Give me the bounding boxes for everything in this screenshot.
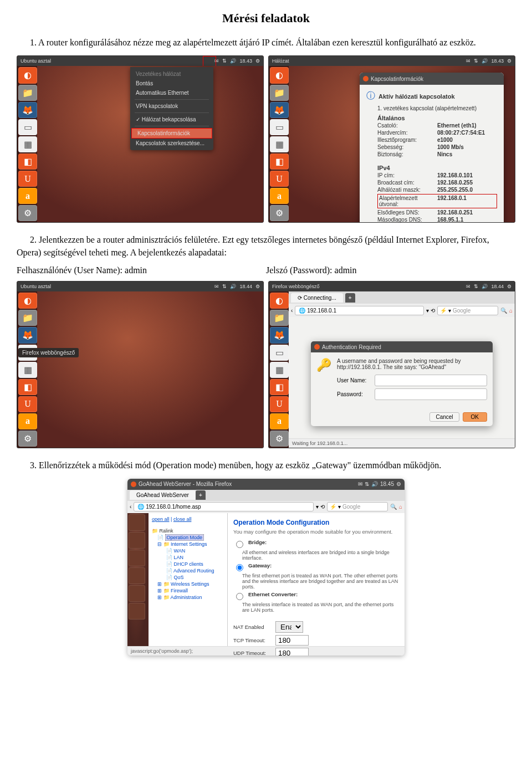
tree-wan[interactable]: 📄 WAN [152,547,224,554]
tree-open-all[interactable]: open all [152,516,170,522]
doc-icon[interactable]: ▭ [270,119,289,135]
home-icon[interactable]: ⌂ [399,504,402,510]
files-icon[interactable]: 📁 [18,85,37,101]
reload-icon[interactable]: ▾ ⟲ [316,504,325,510]
gear-icon[interactable]: ⚙ [507,58,511,64]
ubuntu-one-icon[interactable]: U [18,396,37,412]
amazon-icon[interactable]: a [270,413,289,429]
software-icon[interactable]: ◧ [270,379,289,395]
dash-icon[interactable]: ◐ [18,67,37,83]
gear-icon[interactable]: ⚙ [255,58,260,64]
settings-icon[interactable]: ⚙ [18,205,37,221]
firefox-icon[interactable]: 🦊 [18,327,37,343]
search-icon[interactable]: 🔍 [390,504,397,510]
dash-icon[interactable]: ◐ [18,293,37,309]
software-icon[interactable]: ◧ [270,153,289,170]
username-input[interactable] [375,375,487,386]
nat-select[interactable]: Enable [275,621,303,633]
new-tab-button[interactable]: + [196,490,206,500]
tree-operation-mode[interactable]: 📄 Operation Mode [152,534,224,541]
dash-icon[interactable] [129,514,145,531]
firefox-icon[interactable]: 🦊 [270,327,289,343]
home-icon[interactable]: ⌂ [509,308,513,314]
highlight-box-network-icon [203,56,216,67]
launcher: ◐ 📁 🦊 ▭ ▦ ◧ U a ⚙ [269,291,291,448]
files-icon[interactable]: 📁 [270,310,289,326]
gear-icon[interactable]: ⚙ [507,284,511,289]
tree-lan[interactable]: 📄 LAN [152,554,224,561]
gear-icon[interactable]: ⚙ [396,481,401,487]
back-icon[interactable]: ‹ [130,504,131,510]
close-icon[interactable] [314,344,320,350]
amazon-icon[interactable]: a [18,188,37,204]
firefox-icon[interactable]: 🦊 [270,102,289,118]
reload-icon[interactable]: ▾ ⟲ [426,308,435,314]
doc-icon[interactable] [129,567,145,584]
ok-button[interactable]: OK [463,412,487,422]
info-key: Csatoló: [377,122,437,129]
close-icon[interactable] [131,482,136,487]
menu-item-enable[interactable]: ✓ Hálózat bekapcsolása [130,115,213,124]
tree-routing[interactable]: 📄 Advanced Routing [152,567,224,574]
software-icon[interactable]: ◧ [18,153,37,170]
menu-item-auto-eth[interactable]: Automatikus Ethernet [130,88,213,98]
calc-icon[interactable]: ▦ [18,362,37,378]
tree-qos[interactable]: 📄 QoS [152,574,224,581]
password-input[interactable] [375,388,487,400]
tree-dhcp[interactable]: 📄 DHCP clients [152,561,224,567]
info-key: Sebesség: [377,144,437,150]
files-icon[interactable]: 📁 [270,85,289,101]
tree-close-all[interactable]: close all [173,516,192,522]
tcp-timeout-input[interactable] [275,635,309,646]
browser-tab[interactable]: GoAhead WebServer [130,490,196,500]
browser-tab[interactable]: ⟳ Connecting... [291,293,343,303]
url-input[interactable]: 🌐 192.168.0.1/home.asp [134,502,314,511]
tree-internet-settings[interactable]: ⊟ 📁 Internet Settings [152,541,224,547]
amazon-icon[interactable]: a [270,188,289,204]
calc-icon[interactable] [129,585,145,602]
opt-bridge-label: Bridge: [248,539,267,548]
settings-icon[interactable]: ⚙ [18,431,37,447]
dash-icon[interactable]: ◐ [270,67,289,83]
settings-icon[interactable]: ⚙ [270,205,289,221]
tree-admin[interactable]: ⊞ 📁 Administration [152,594,224,601]
new-tab-button[interactable]: + [345,293,355,303]
gear-icon[interactable]: ⚙ [255,284,260,289]
menu-item-info[interactable]: Kapcsolatinformációk [131,128,212,139]
url-input[interactable]: 🌐 192.168.0.1 [295,306,424,315]
radio-bridge[interactable] [236,541,243,548]
udp-timeout-input[interactable] [275,648,309,656]
calc-icon[interactable]: ▦ [18,136,37,152]
calc-icon[interactable]: ▦ [270,362,289,378]
software-icon[interactable] [129,603,145,619]
search-input[interactable]: ⚡▾ Google [437,306,498,315]
files-icon[interactable] [129,532,145,549]
calc-icon[interactable]: ▦ [270,136,289,152]
radio-ethernet-converter[interactable] [236,593,243,600]
firefox-icon[interactable]: 🦊 [18,102,37,118]
network-icon[interactable]: ⇅ [222,58,227,64]
cancel-button[interactable]: Cancel [429,412,459,422]
ubuntu-one-icon[interactable]: U [270,396,289,412]
doc-icon[interactable]: ▭ [18,119,37,135]
amazon-icon[interactable]: a [18,413,37,429]
menu-item-edit[interactable]: Kapcsolatok szerkesztése... [130,139,213,148]
ubuntu-one-icon[interactable]: U [270,171,289,187]
back-icon[interactable]: ‹ [291,308,293,314]
menu-item-disconnect[interactable]: Bontás [130,79,213,88]
firefox-icon[interactable] [129,550,145,566]
tree-wireless[interactable]: ⊞ 📁 Wireless Settings [152,581,224,587]
ubuntu-one-icon[interactable]: U [18,171,37,187]
close-icon[interactable] [363,76,369,81]
search-icon[interactable]: 🔍 [500,308,507,314]
sound-icon: 🔊 [230,58,236,64]
tree-firewall[interactable]: ⊞ 📁 Firewall [152,587,224,594]
dash-icon[interactable]: ◐ [270,293,289,309]
radio-gateway[interactable] [236,564,243,571]
doc-icon[interactable]: ▭ [270,345,289,361]
files-icon[interactable]: 📁 [18,310,37,326]
menu-item-vpn[interactable]: VPN kapcsolatok [130,101,213,111]
settings-icon[interactable]: ⚙ [270,431,289,447]
software-icon[interactable]: ◧ [18,379,37,395]
search-input[interactable]: ⚡▾ Google [327,502,388,511]
